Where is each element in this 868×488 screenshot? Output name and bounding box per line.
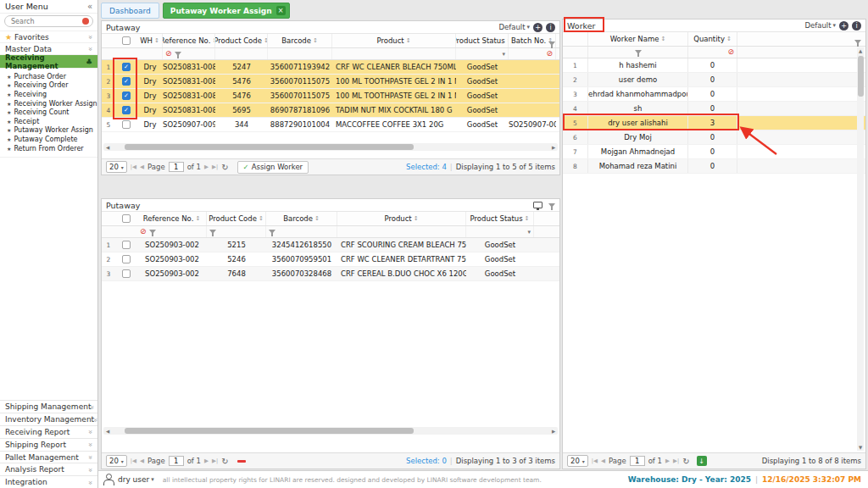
- next-page-button[interactable]: ▶: [665, 458, 670, 464]
- view-select[interactable]: Default ▾: [498, 23, 530, 31]
- sidebar-section-analysis-report[interactable]: Analysis Report»: [0, 463, 97, 475]
- worker-row[interactable]: 5dry user alishahi3: [563, 116, 865, 130]
- row-checkbox[interactable]: [122, 269, 131, 278]
- scroll-up-icon[interactable]: ▲: [859, 47, 862, 54]
- scroll-down-icon[interactable]: ▼: [859, 444, 862, 451]
- sidebar-item-putaway-worker-assign[interactable]: ★Putaway Worker Assign: [0, 126, 97, 136]
- row-checkbox[interactable]: ✓: [122, 106, 131, 114]
- select-all-checkbox[interactable]: [122, 214, 131, 223]
- sidebar-item-return-from-orderer[interactable]: ★Return From Orderer: [0, 144, 97, 153]
- sidebar-item-receiving[interactable]: ★Receiving: [0, 90, 97, 99]
- first-page-button[interactable]: |◀: [131, 164, 136, 170]
- remove-row-icon[interactable]: [237, 460, 246, 463]
- first-page-button[interactable]: |◀: [131, 458, 136, 464]
- putaway-row[interactable]: 5DrySO250907-0093448887290101004MACCOFFE…: [102, 118, 559, 132]
- row-checkbox[interactable]: [122, 255, 131, 263]
- prev-page-button[interactable]: ◀: [140, 164, 144, 170]
- scrollbar-thumb[interactable]: [858, 56, 864, 97]
- chevron-down-icon[interactable]: ▾: [151, 476, 154, 483]
- row-checkbox[interactable]: ✓: [122, 92, 131, 100]
- scrollbar-thumb[interactable]: [125, 144, 414, 150]
- refresh-button[interactable]: ↻: [682, 457, 689, 466]
- filter-funnel-icon[interactable]: [548, 203, 555, 208]
- sidebar-collapse-icon[interactable]: «: [87, 2, 92, 11]
- sidebar-item-putaway-complete[interactable]: ★Putaway Complete: [0, 135, 97, 144]
- next-page-button[interactable]: ▶: [204, 164, 209, 170]
- row-checkbox[interactable]: [122, 241, 131, 249]
- column-header-product[interactable]: Product↕: [337, 212, 466, 225]
- filter-funnel-icon[interactable]: [635, 50, 642, 54]
- info-button[interactable]: i: [852, 21, 861, 30]
- page-size-select[interactable]: 20▾: [106, 161, 127, 173]
- worker-row[interactable]: 7Mojgan Ahmadnejad0: [563, 145, 865, 159]
- row-checkbox[interactable]: ✓: [122, 63, 131, 71]
- current-user[interactable]: dry user: [118, 475, 149, 484]
- putaway-row[interactable]: 1SO250903-00252153245412618550CRF SCOURI…: [102, 238, 559, 252]
- scrollbar-track[interactable]: [858, 54, 864, 444]
- column-header-reference-no[interactable]: Reference No.↕: [163, 34, 215, 47]
- page-size-select[interactable]: 20▾: [567, 455, 588, 467]
- scroll-right-icon[interactable]: ▶: [549, 429, 558, 434]
- worker-row[interactable]: 8Mohamad reza Matini0: [563, 159, 865, 174]
- clear-filter-icon[interactable]: ⊘: [165, 50, 172, 58]
- sidebar-section-shipping-report[interactable]: Shipping Report»: [0, 438, 97, 451]
- horizontal-scrollbar[interactable]: ◀ ▶: [103, 427, 558, 435]
- sidebar-section-shipping-management[interactable]: Shipping Management»: [0, 400, 97, 413]
- page-number-input[interactable]: 1: [169, 162, 184, 172]
- last-page-button[interactable]: ▶|: [673, 458, 679, 464]
- scrollbar-thumb[interactable]: [125, 428, 414, 434]
- column-header-barcode[interactable]: Barcode↕: [266, 212, 337, 225]
- view-select[interactable]: Default ▾: [804, 21, 836, 30]
- horizontal-scrollbar[interactable]: ◀ ▶: [103, 143, 558, 151]
- worker-row[interactable]: 2user demo0: [563, 73, 865, 87]
- sidebar-item-receiving-order[interactable]: ★Receiving Order: [0, 81, 97, 91]
- add-button[interactable]: +: [533, 23, 542, 32]
- sidebar-item-receipt[interactable]: ★Receipt: [0, 117, 97, 126]
- sidebar-section-receiving-management[interactable]: Receiving Management ♣: [0, 55, 97, 69]
- search-input[interactable]: [4, 15, 93, 27]
- scroll-left-icon[interactable]: ◀: [103, 145, 112, 150]
- assign-worker-button[interactable]: ✓Assign Worker: [237, 161, 309, 174]
- filter-funnel-icon[interactable]: [149, 230, 156, 234]
- filter-funnel-icon[interactable]: [548, 42, 555, 46]
- column-header-quantity[interactable]: Quantity↕: [688, 32, 737, 46]
- column-header-product-code[interactable]: Product Code↕: [215, 34, 268, 47]
- page-number-input[interactable]: 1: [169, 456, 184, 466]
- sidebar-item-receiving-count[interactable]: ★Receiving Count: [0, 108, 97, 117]
- putaway-row[interactable]: 2✓DrySO250831-00854763560070115075100 ML…: [102, 75, 559, 89]
- scroll-left-icon[interactable]: ◀: [103, 429, 112, 434]
- filter-funnel-icon[interactable]: [175, 52, 181, 56]
- sidebar-section-favorites[interactable]: ★ Favorites »: [0, 31, 97, 43]
- putaway-row[interactable]: 1✓DrySO250831-00852473560071193942CRF WC…: [102, 60, 559, 75]
- page-number-input[interactable]: 1: [630, 456, 645, 466]
- filter-funnel-icon[interactable]: [269, 230, 275, 234]
- prev-page-button[interactable]: ◀: [601, 458, 605, 464]
- first-page-button[interactable]: |◀: [592, 458, 598, 464]
- worker-row[interactable]: 1h hashemi0: [563, 58, 865, 73]
- sidebar-item-receiving-worker-assign[interactable]: ★Receiving Worker Assign: [0, 99, 97, 108]
- filter-dropdown-icon[interactable]: ▾: [502, 51, 505, 58]
- clear-filter-icon[interactable]: ⊘: [727, 48, 734, 56]
- filter-funnel-icon[interactable]: [854, 40, 861, 44]
- sidebar-section-receiving-report[interactable]: Receiving Report»: [0, 425, 97, 438]
- tab-putaway-worker-assign[interactable]: Putaway Worker Assign ×: [163, 3, 290, 19]
- column-header-product-status[interactable]: Product Status↕: [456, 34, 509, 47]
- search-filter-icon[interactable]: [82, 18, 89, 25]
- scrollbar-track[interactable]: [112, 144, 549, 150]
- column-header-product-status[interactable]: Product Status↕: [466, 212, 534, 225]
- clear-filter-icon[interactable]: ⊘: [546, 50, 553, 58]
- column-header-product-code[interactable]: Product Code↕: [207, 212, 266, 225]
- grid-filter-button[interactable]: [854, 36, 861, 46]
- worker-row[interactable]: 4sh0: [563, 102, 865, 116]
- scroll-right-icon[interactable]: ▶: [549, 145, 558, 150]
- filter-dropdown-icon[interactable]: ▾: [527, 229, 531, 236]
- column-header-worker-name[interactable]: Worker Name↕: [588, 32, 688, 46]
- tab-dashboard[interactable]: Dashboard: [101, 3, 159, 19]
- row-checkbox[interactable]: [122, 120, 131, 129]
- scrollbar-track[interactable]: [112, 428, 549, 434]
- filter-funnel-icon[interactable]: [209, 230, 216, 234]
- column-header-barcode[interactable]: Barcode↕: [268, 34, 332, 47]
- column-header-reference-no[interactable]: Reference No.↕: [137, 212, 207, 225]
- row-checkbox[interactable]: ✓: [122, 77, 131, 86]
- clear-filter-icon[interactable]: ⊘: [140, 228, 147, 236]
